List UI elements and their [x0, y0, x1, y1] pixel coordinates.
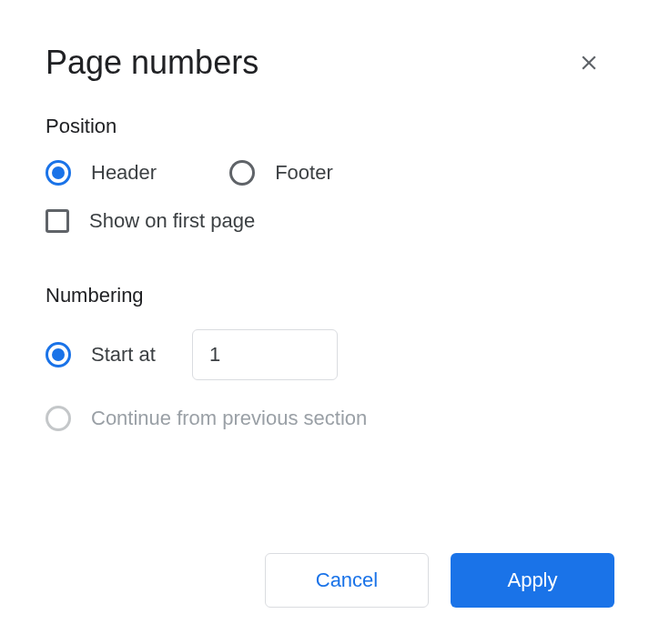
cancel-button-label: Cancel — [316, 569, 378, 592]
close-icon — [577, 51, 601, 75]
numbering-section-title: Numbering — [46, 284, 603, 307]
position-option-header[interactable]: Header — [46, 160, 157, 186]
dialog-actions: Cancel Apply — [265, 553, 614, 608]
radio-footer-label: Footer — [275, 161, 333, 185]
radio-header[interactable] — [46, 160, 71, 186]
page-numbers-dialog: Page numbers Position Header Footer Show… — [0, 0, 649, 644]
radio-start-at-label: Start at — [91, 343, 156, 367]
position-options: Header Footer — [46, 160, 603, 186]
checkbox-show-first-page[interactable] — [46, 209, 69, 233]
radio-continue-label: Continue from previous section — [91, 407, 367, 430]
dialog-title: Page numbers — [46, 44, 259, 82]
numbering-option-start-at[interactable]: Start at — [46, 329, 603, 380]
show-on-first-page-row[interactable]: Show on first page — [46, 209, 603, 233]
cancel-button[interactable]: Cancel — [265, 553, 429, 608]
apply-button[interactable]: Apply — [451, 553, 614, 608]
position-section-title: Position — [46, 115, 603, 138]
numbering-option-continue: Continue from previous section — [46, 406, 603, 431]
radio-continue — [46, 406, 71, 431]
radio-header-label: Header — [91, 161, 157, 185]
checkbox-show-first-page-label: Show on first page — [89, 209, 255, 233]
close-button[interactable] — [574, 48, 603, 77]
start-at-input[interactable] — [192, 329, 338, 380]
position-option-footer[interactable]: Footer — [229, 160, 333, 186]
dialog-header: Page numbers — [46, 44, 603, 82]
apply-button-label: Apply — [507, 569, 557, 592]
radio-start-at[interactable] — [46, 342, 71, 367]
radio-footer[interactable] — [229, 160, 255, 186]
